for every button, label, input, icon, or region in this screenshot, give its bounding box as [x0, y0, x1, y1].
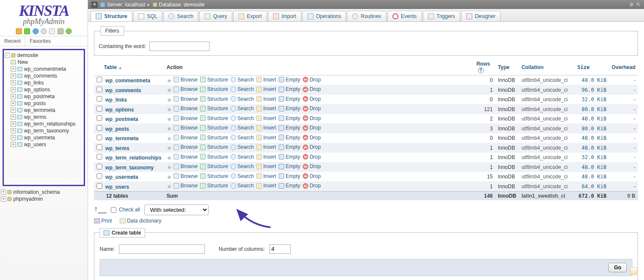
- tree-table-row[interactable]: +wp_options: [5, 86, 83, 93]
- search-action[interactable]: Search: [231, 125, 254, 131]
- expand-icon[interactable]: +: [1, 190, 6, 195]
- browse-action[interactable]: Browse: [173, 125, 197, 131]
- browse-action[interactable]: Browse: [173, 163, 197, 169]
- table-name-link[interactable]: wp_posts: [105, 126, 129, 132]
- tab-import[interactable]: Import: [268, 11, 301, 21]
- tab-export[interactable]: Export: [233, 11, 267, 21]
- browse-action[interactable]: Browse: [173, 115, 197, 121]
- col-rows[interactable]: Rows: [477, 61, 490, 67]
- expand-icon[interactable]: +: [11, 94, 16, 99]
- expand-icon[interactable]: +: [11, 87, 16, 92]
- tree-new[interactable]: New: [5, 59, 83, 66]
- favorite-star-icon[interactable]: ★: [167, 77, 172, 84]
- insert-action[interactable]: Insert: [256, 144, 276, 150]
- row-checkbox[interactable]: [97, 115, 102, 121]
- tree-db-row[interactable]: +information_schema: [1, 189, 88, 196]
- search-action[interactable]: Search: [231, 144, 254, 150]
- drop-action[interactable]: Drop: [303, 77, 321, 83]
- tree-table-row[interactable]: +wp_posts: [5, 100, 83, 107]
- search-action[interactable]: Search: [231, 135, 254, 141]
- insert-action[interactable]: Insert: [256, 163, 276, 169]
- filter-input[interactable]: [149, 42, 210, 51]
- cell-size[interactable]: 80.0 KiB: [582, 106, 607, 112]
- search-action[interactable]: Search: [231, 154, 254, 160]
- table-name-link[interactable]: wp_options: [105, 107, 134, 113]
- expand-icon[interactable]: +: [11, 108, 16, 113]
- table-name-link[interactable]: wp_term_taxonomy: [105, 165, 154, 171]
- structure-action[interactable]: Structure: [200, 125, 228, 131]
- table-name-link[interactable]: wp_usermeta: [105, 174, 138, 180]
- col-type[interactable]: Type: [498, 64, 510, 70]
- tab-search[interactable]: Search: [163, 11, 198, 21]
- structure-action[interactable]: Structure: [200, 86, 228, 92]
- data-dictionary-link[interactable]: Data dictionary: [120, 218, 161, 224]
- empty-action[interactable]: Empty: [279, 183, 300, 189]
- browse-action[interactable]: Browse: [173, 86, 197, 92]
- doc-icon[interactable]: [49, 28, 55, 34]
- expand-icon[interactable]: +: [11, 142, 16, 147]
- browse-action[interactable]: Browse: [173, 144, 197, 150]
- browse-action[interactable]: Browse: [173, 183, 197, 189]
- favorite-star-icon[interactable]: ★: [167, 135, 172, 142]
- tab-designer[interactable]: Designer: [461, 11, 501, 21]
- insert-action[interactable]: Insert: [256, 154, 276, 160]
- insert-action[interactable]: Insert: [256, 77, 276, 83]
- search-action[interactable]: Search: [231, 183, 254, 189]
- structure-action[interactable]: Structure: [200, 163, 228, 169]
- expand-icon[interactable]: +: [1, 196, 6, 202]
- go-button[interactable]: Go: [608, 263, 627, 272]
- cell-size[interactable]: 48.0 KiB: [582, 135, 607, 141]
- drop-action[interactable]: Drop: [303, 183, 321, 189]
- drop-action[interactable]: Drop: [303, 135, 321, 141]
- settings-icon[interactable]: ✲: [629, 2, 634, 8]
- tab-structure[interactable]: Structure: [91, 11, 132, 21]
- cell-size[interactable]: 64.0 KiB: [582, 184, 607, 190]
- insert-action[interactable]: Insert: [256, 115, 276, 121]
- reload-icon[interactable]: [66, 28, 72, 34]
- search-action[interactable]: Search: [231, 163, 254, 169]
- insert-action[interactable]: Insert: [256, 173, 276, 179]
- row-checkbox[interactable]: [97, 96, 102, 102]
- checkall-label[interactable]: Check all: [119, 207, 140, 213]
- with-selected-dropdown[interactable]: With selected:: [144, 205, 209, 215]
- table-name-link[interactable]: wp_commentmeta: [105, 78, 150, 84]
- recent-tab[interactable]: Recent: [0, 36, 25, 46]
- favorite-star-icon[interactable]: ★: [167, 96, 172, 103]
- insert-action[interactable]: Insert: [256, 135, 276, 141]
- tree-table-row[interactable]: +wp_termmeta: [5, 107, 83, 114]
- expand-icon[interactable]: +: [11, 114, 16, 120]
- insert-action[interactable]: Insert: [256, 96, 276, 102]
- drop-action[interactable]: Drop: [303, 125, 321, 131]
- expand-icon[interactable]: +: [11, 135, 16, 140]
- table-name-link[interactable]: wp_links: [105, 97, 127, 103]
- tree-table-row[interactable]: +wp_commentmeta: [5, 66, 83, 72]
- tree-table-row[interactable]: +wp_comments: [5, 72, 83, 79]
- insert-action[interactable]: Insert: [256, 105, 276, 111]
- cell-size[interactable]: 48.0 KiB: [582, 145, 607, 151]
- insert-action[interactable]: Insert: [256, 86, 276, 92]
- drop-action[interactable]: Drop: [303, 86, 321, 92]
- bookmark-icon[interactable]: [630, 267, 637, 275]
- tree-table-row[interactable]: +wp_postmeta: [5, 93, 83, 100]
- checkall-checkbox[interactable]: [111, 207, 116, 213]
- insert-action[interactable]: Insert: [256, 125, 276, 131]
- favorite-star-icon[interactable]: ★: [167, 154, 172, 161]
- drop-action[interactable]: Drop: [303, 173, 321, 179]
- empty-action[interactable]: Empty: [279, 115, 300, 121]
- tree-db-row[interactable]: +phpmyadmin: [1, 196, 88, 202]
- browse-action[interactable]: Browse: [173, 135, 197, 141]
- tab-triggers[interactable]: Triggers: [423, 11, 461, 21]
- drop-action[interactable]: Drop: [303, 144, 321, 150]
- drop-action[interactable]: Drop: [303, 115, 321, 121]
- create-cols-input[interactable]: [269, 244, 291, 254]
- browse-action[interactable]: Browse: [173, 154, 197, 160]
- search-action[interactable]: Search: [231, 115, 254, 121]
- structure-action[interactable]: Structure: [200, 154, 228, 160]
- fullscreen-icon[interactable]: ⇱: [636, 2, 641, 8]
- favorite-star-icon[interactable]: ★: [167, 115, 172, 122]
- tree-table-row[interactable]: +wp_term_taxonomy: [5, 127, 83, 134]
- tab-query[interactable]: Query: [199, 11, 232, 21]
- insert-action[interactable]: Insert: [256, 183, 276, 189]
- empty-action[interactable]: Empty: [279, 154, 300, 160]
- checkall-control[interactable]: Check all: [111, 207, 140, 213]
